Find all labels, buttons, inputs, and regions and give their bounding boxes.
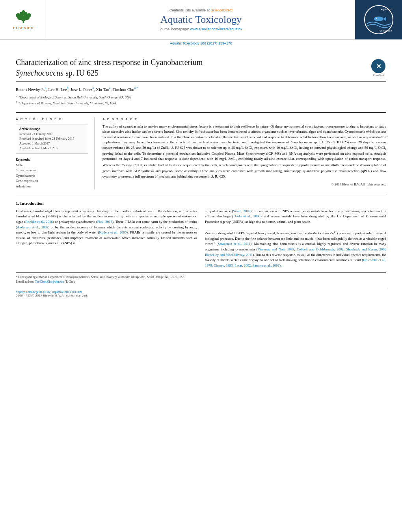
journal-header-center: Contents lists available at ScienceDirec… [47, 0, 355, 39]
ref-pick[interactable]: Pick, 2016 [97, 220, 112, 224]
keyword-gene: Gene expression [16, 178, 88, 184]
svg-point-12 [376, 18, 377, 19]
ref-anderson[interactable]: Anderson et al., 2002 [17, 225, 48, 229]
ref-smith[interactable]: Smith, 2003 [233, 209, 250, 213]
affiliation-b: b ᵇ Department of Biology, Montclair Sta… [16, 100, 386, 106]
svg-point-8 [22, 10, 25, 14]
aquatic-toxicology-logo: AQUATIC TOXICOLOGY [355, 0, 402, 39]
article-title: Characterization of zinc stress response… [16, 57, 365, 78]
keyword-cyanobacteria: Cyanobacteria [16, 173, 88, 179]
ref-doshi[interactable]: Doshi et al., 2008 [233, 214, 260, 218]
doi-link[interactable]: Aquatic Toxicology 186 (2017) 159–170 [170, 41, 232, 45]
section-divider [16, 195, 386, 195]
copyright-line: © 2017 Elsevier B.V. All rights reserved… [102, 182, 386, 186]
svg-rect-0 [23, 21, 24, 23]
elsevier-tree-logo [12, 9, 35, 24]
available-date: Available online 4 March 2017 [19, 146, 85, 151]
received-date: Received 23 January 2017 [19, 132, 85, 137]
article-history-title: Article history: [19, 127, 85, 131]
affiliation-a: a ᵃ Department of Biological Sciences, S… [16, 95, 386, 100]
ref-saravanan[interactable]: Saravanan et al., 2011 [218, 242, 250, 246]
elsevier-brand-text: ELSEVIER [13, 26, 34, 30]
page-header: ELSEVIER Contents lists available at Sci… [0, 0, 402, 40]
keyword-stress: Stress response [16, 168, 88, 173]
introduction-col-left: Freshwater harmful algal blooms represen… [16, 209, 197, 269]
abstract-column: A B S T R A C T The ability of cyanobact… [102, 117, 386, 189]
keywords-label: Keywords: [16, 158, 88, 161]
introduction-two-col: Freshwater harmful algal blooms represen… [16, 209, 386, 269]
introduction-section: 1. Introduction Freshwater harmful algal… [16, 201, 386, 269]
footnote-email-link[interactable]: Tin-Chun.Chu@shu.edu [35, 280, 65, 284]
main-content: Characterization of zinc stress response… [0, 47, 402, 307]
ref-kudela[interactable]: Kudela et al., 2005 [99, 230, 127, 234]
sciencedirect-link[interactable]: ScienceDirect [211, 8, 233, 12]
elsevier-logo: ELSEVIER [0, 0, 47, 39]
article-info-label: A R T I C L E I N F O [16, 117, 88, 121]
author-names: Robert Newby Jr.a, Lee H. Leeb, Jose L. … [16, 86, 386, 93]
ref-viarengo[interactable]: Viarengo and Nott, 1993; Cobbett and Gol… [205, 247, 386, 257]
journal-title: Aquatic Toxicology [160, 14, 242, 26]
footnote-section: * Corresponding author at: Department of… [16, 272, 386, 284]
keyword-metal: Metal [16, 163, 88, 168]
article-title-section: Characterization of zinc stress response… [16, 53, 386, 82]
svg-text:AQUATIC: AQUATIC [381, 8, 392, 11]
article-history-box: Article history: Received 23 January 201… [16, 124, 88, 154]
ref-holcombe[interactable]: Holcombe et al., 1979; Chaney, 1993; Las… [205, 258, 386, 267]
ref-roelike[interactable]: Roelike et al., 2016 [25, 220, 53, 224]
article-info-abstract-section: A R T I C L E I N F O Article history: R… [16, 112, 386, 189]
introduction-title: 1. Introduction [16, 201, 386, 206]
abstract-text: The ability of cyanobacteria to survive … [102, 124, 386, 179]
author-affiliations: a ᵃ Department of Biological Sciences, S… [16, 95, 386, 106]
keyword-adaptation: Adaptation [16, 184, 88, 189]
footnote-email: E-mail address: Tin-Chun.Chu@shu.edu (T.… [16, 280, 386, 284]
crossmark-badge[interactable]: ✕ CrossMark [371, 59, 386, 74]
crossmark-icon: ✕ [371, 59, 385, 73]
article-info-column: A R T I C L E I N F O Article history: R… [16, 117, 95, 189]
issn-line: 0166-445X/© 2017 Elsevier B.V. All right… [16, 294, 386, 297]
abstract-label: A B S T R A C T [102, 117, 386, 121]
authors-section: Robert Newby Jr.a, Lee H. Leeb, Jose L. … [16, 86, 386, 106]
aquatic-logo-inner: AQUATIC TOXICOLOGY [361, 4, 396, 35]
doi-bottom: http://dx.doi.org/10.1016/j.aquatox.2017… [16, 290, 386, 294]
doi-header-line: Aquatic Toxicology 186 (2017) 159–170 [0, 40, 402, 47]
homepage-link[interactable]: www.elsevier.com/locate/aquatox [190, 27, 242, 31]
introduction-col-right: a rapid abundance (Smith, 2003). In conj… [205, 209, 386, 269]
accepted-date: Accepted 1 March 2017 [19, 141, 85, 146]
svg-text:TOXICOLOGY: TOXICOLOGY [378, 30, 392, 32]
page-bottom: http://dx.doi.org/10.1016/j.aquatox.2017… [16, 288, 386, 301]
svg-point-10 [374, 17, 383, 21]
contents-line: Contents lists available at ScienceDirec… [169, 8, 233, 12]
homepage-line: journal homepage: www.elsevier.com/locat… [160, 27, 242, 31]
footnote-corresponding: * Corresponding author at: Department of… [16, 275, 386, 279]
doi-bottom-link[interactable]: http://dx.doi.org/10.1016/j.aquatox.2017… [16, 290, 82, 294]
crossmark-label: CrossMark [371, 74, 386, 76]
received-revised-date: Received in revised form 28 February 201… [19, 137, 85, 141]
